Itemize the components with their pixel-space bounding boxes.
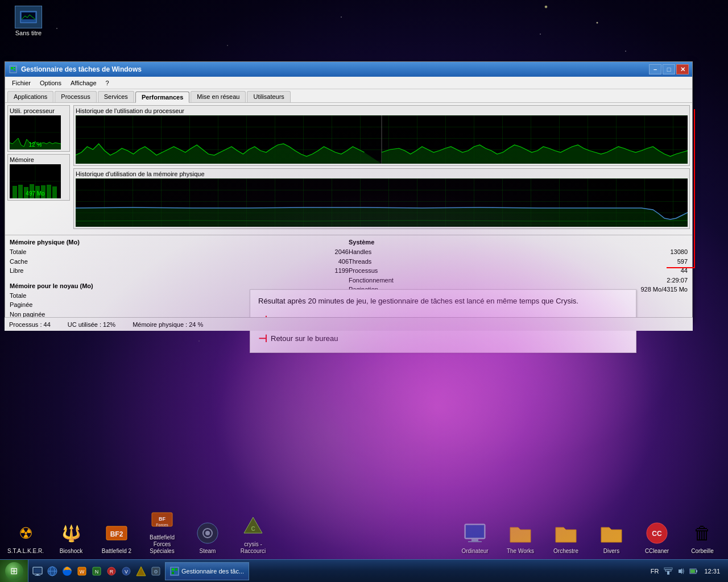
minimize-button[interactable]: – [649, 64, 661, 74]
svg-rect-17 [47, 185, 51, 198]
red-annotation-line-v [694, 109, 695, 268]
tray-volume[interactable] [676, 566, 686, 576]
tab-mise-en-reseau[interactable]: Mise en réseau [191, 91, 246, 102]
tab-processus[interactable]: Processus [55, 91, 96, 102]
perf-ingame-label: Performances "in game" [271, 314, 350, 322]
divers-label: Divers [603, 548, 619, 555]
desktop-icon-divers[interactable]: Divers [592, 519, 631, 555]
desktop-icon-crysis[interactable]: C crysis -Raccourci [233, 513, 273, 555]
tray-network[interactable] [663, 566, 673, 576]
tl-misc4[interactable]: V [119, 564, 133, 578]
ordinateur-label: Ordinateur [461, 548, 488, 555]
desktop-icon-label: Sans titre [15, 30, 42, 36]
tab-applications[interactable]: Applications [7, 91, 53, 102]
title-bar[interactable]: Gestionnaire des tâches de Windows – □ ✕ [5, 62, 692, 77]
tl-misc1[interactable]: W [75, 564, 89, 578]
divers-icon [598, 519, 625, 547]
annotation-box: Résultat après 20 minutes de jeu, le ges… [250, 289, 636, 322]
desktop-icon-bf2[interactable]: BF2 Battlefield 2 [97, 519, 136, 555]
svg-rect-0 [20, 11, 36, 23]
start-button[interactable] [0, 560, 28, 583]
svg-text:R: R [110, 569, 114, 575]
task-manager-taskbar-button[interactable]: Gestionnaire des tâc... [165, 562, 249, 580]
tl-misc5[interactable] [134, 564, 148, 578]
svg-rect-11 [13, 186, 17, 198]
perf-ingame-marker: ⊣ [258, 313, 267, 323]
svg-rect-64 [664, 568, 672, 569]
mem-mini-panel: Mémoire [7, 154, 70, 201]
svg-text:C: C [251, 526, 255, 532]
desktop-icon-stalker[interactable]: ☢ S.T.A.L.K.E.R. [6, 519, 46, 555]
svg-text:V: V [125, 569, 128, 575]
tray-battery[interactable] [688, 566, 698, 576]
desktop-icon-sans-titre[interactable]: Sans titre [9, 6, 48, 36]
tl-ie[interactable] [46, 564, 59, 578]
svg-marker-21 [382, 145, 688, 164]
status-bar: Processus : 44 UC utilisée : 12% Mémoire… [5, 317, 693, 331]
menu-bar: Fichier Options Affichage ? [5, 77, 692, 89]
desktop-icon-ccleaner[interactable]: CC CCleaner [637, 519, 677, 555]
tab-utilisateurs[interactable]: Utilisateurs [247, 91, 290, 102]
resource-monitor-button[interactable]: Moniteur de ressources... [349, 305, 429, 316]
svg-text:N: N [95, 569, 99, 575]
svg-point-30 [205, 531, 210, 535]
svg-point-37 [647, 523, 667, 543]
orchestre-icon [552, 519, 580, 547]
svg-marker-31 [244, 517, 262, 533]
label-fonctionnement: Fonctionnement [349, 276, 394, 285]
tl-firefox[interactable] [60, 564, 74, 578]
desktop-icon-bioshock[interactable]: 🔱 Bioshock [51, 519, 91, 555]
desktop-icon-orchestre[interactable]: Orchestre [546, 519, 586, 555]
label-pagination: Pagination [349, 285, 378, 294]
menu-help[interactable]: ? [101, 78, 114, 88]
svg-rect-41 [36, 574, 39, 575]
maximize-button[interactable]: □ [663, 64, 675, 74]
desktop-icon-bf-forces[interactable]: BF Forces BattlefieldForces Spéciales [142, 506, 182, 555]
stats-row-cache: Cache 406 [10, 257, 349, 267]
val-processus: 44 [681, 266, 688, 276]
tl-misc2[interactable]: N [90, 564, 104, 578]
tab-bar: Applications Processus Services Performa… [5, 89, 692, 103]
stalker-icon: ☢ [12, 519, 39, 547]
system-tray: FR [644, 566, 728, 576]
val-libre: 1199 [335, 266, 349, 276]
svg-text:BF2: BF2 [110, 530, 123, 538]
cpu-mini-graph: 12 % [10, 115, 61, 149]
svg-rect-42 [35, 575, 40, 576]
cpu-value: 12 % [29, 142, 42, 148]
cpu-mini-panel: Utili. processeur 12 % [7, 105, 70, 152]
svg-rect-23 [106, 526, 127, 540]
desktop-icon-steam[interactable]: Steam [188, 519, 228, 555]
crysis-icon: C [239, 513, 267, 540]
menu-fichier[interactable]: Fichier [7, 78, 35, 88]
label-handles: Handles [349, 247, 371, 257]
system-clock[interactable]: 12:31 [701, 568, 723, 575]
val-totale: 2046 [335, 247, 349, 257]
start-orb [5, 562, 23, 580]
bf2-icon: BF2 [103, 519, 130, 547]
desktop-icon-ordinateur[interactable]: Ordinateur [455, 519, 495, 555]
crysis-label: crysis -Raccourci [241, 541, 266, 555]
svg-text:CC: CC [652, 530, 662, 538]
desktop-icon-corbeille[interactable]: 🗑 Corbeille [682, 519, 722, 555]
desktop-icon-the-works[interactable]: The Works [500, 519, 540, 555]
svg-rect-4 [14, 67, 15, 68]
label-non-paginee: Non paginée [10, 310, 45, 319]
mem-graph-grid [76, 178, 688, 227]
tl-show-desktop[interactable] [31, 564, 44, 578]
close-button[interactable]: ✕ [676, 64, 689, 74]
menu-options[interactable]: Options [35, 78, 66, 88]
stats-row-pagination: Pagination 928 Mo/4315 Mo [349, 285, 688, 294]
svg-rect-34 [466, 525, 484, 538]
stats-row-non-paginee: Non paginée 80 [10, 310, 349, 319]
svg-rect-1 [22, 13, 35, 19]
tab-services[interactable]: Services [98, 91, 134, 102]
svg-rect-36 [468, 541, 482, 542]
menu-affichage[interactable]: Affichage [66, 78, 101, 88]
tl-misc6[interactable]: ⚙ [149, 564, 163, 578]
svg-rect-3 [11, 67, 13, 69]
language-button[interactable]: FR [648, 567, 661, 576]
tl-misc3[interactable]: R [105, 564, 118, 578]
tab-performances[interactable]: Performances [135, 92, 189, 103]
val-fonctionnement: 2:29:07 [667, 276, 688, 285]
